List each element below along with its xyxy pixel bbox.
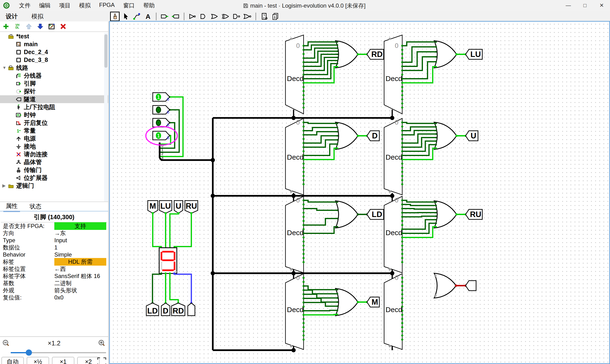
gate-input-pin[interactable] (435, 144, 437, 145)
disconnected-pin[interactable] (389, 268, 391, 271)
decoder-output-pin[interactable] (401, 249, 403, 251)
or-gate[interactable] (434, 201, 456, 228)
view-tab-设计[interactable]: 设计 (2, 13, 21, 20)
tool-xor-gate-icon[interactable] (221, 12, 230, 21)
minterm-wire[interactable] (304, 290, 337, 294)
tunnel-blank[interactable] (466, 281, 476, 291)
gate-input-pin[interactable] (337, 47, 338, 49)
tree-item-探针[interactable]: 探针 (0, 87, 108, 95)
gate-input-pin[interactable] (435, 123, 437, 124)
decoder-output-pin[interactable] (303, 98, 305, 100)
tool-subcircuit-icon[interactable] (271, 12, 280, 21)
gate-input-pin[interactable] (337, 209, 338, 211)
decoder-output-pin[interactable] (401, 106, 403, 109)
decoder-output-pin[interactable] (303, 183, 305, 185)
zoom-button-自动[interactable]: 自动 (1, 357, 24, 364)
tree-item-电源[interactable]: 电源 (0, 135, 108, 143)
display-pin[interactable] (160, 273, 163, 275)
gate-output-pin[interactable] (357, 301, 359, 303)
decoder-output-pin[interactable] (401, 220, 403, 222)
property-row[interactable]: 标签字体SansSerif 粗体 16 (1, 273, 107, 280)
zoom-button-×½[interactable]: ×½ (27, 357, 49, 364)
decoder-output-pin[interactable] (303, 277, 305, 279)
explorer-vhdl-button[interactable]: VHDL (13, 22, 21, 30)
menu-文件[interactable]: 文件 (16, 1, 34, 10)
decoder-output-pin[interactable] (401, 224, 403, 226)
decoder-output-pin[interactable] (401, 98, 403, 100)
gate-input-pin[interactable] (337, 314, 338, 315)
gate-input-pin[interactable] (337, 57, 338, 58)
tree-item-位扩展器[interactable]: 位扩展器 (0, 174, 108, 182)
minterm-wire[interactable] (402, 223, 436, 233)
minterm-wire[interactable] (304, 310, 337, 311)
tree-item-分线器[interactable]: 分线器 (0, 72, 108, 79)
property-row[interactable]: 标签HDL 所需 (1, 258, 107, 265)
maximize-button[interactable]: □ (577, 0, 593, 11)
minterm-wire[interactable] (402, 204, 436, 206)
gate-output-pin[interactable] (455, 213, 458, 216)
tree-scrollbar-thumb[interactable] (104, 34, 107, 68)
gate-output-pin[interactable] (357, 135, 359, 137)
zoom-slider[interactable] (11, 350, 106, 355)
gate-input-pin[interactable] (435, 219, 437, 221)
or-gate[interactable] (434, 122, 456, 149)
decoder-output-pin[interactable] (401, 167, 403, 169)
segment-e[interactable] (161, 261, 162, 270)
minterm-wire[interactable] (402, 42, 436, 46)
tree-item-上/下拉电阻[interactable]: 上/下拉电阻 (0, 103, 108, 111)
gate-input-pin[interactable] (337, 123, 338, 124)
circuit-drawing[interactable]: 0DecdRD0DecdLU0DecdD0DecdU0DecdLD0DecdRU… (110, 22, 609, 363)
segment-g[interactable] (162, 260, 174, 261)
gate-input-pin[interactable] (435, 226, 437, 228)
decoder-output-pin[interactable] (303, 257, 305, 259)
minterm-wire[interactable] (304, 148, 337, 160)
property-row[interactable]: 外观箭头形状 (1, 287, 107, 294)
or-gate[interactable] (336, 41, 358, 68)
tool-select-icon[interactable] (121, 12, 130, 21)
gate-input-pin[interactable] (435, 147, 437, 149)
tree-item-Dec_2_4[interactable]: Dec_2_4 (0, 48, 108, 56)
gate-input-pin[interactable] (337, 51, 338, 52)
decoder-output-pin[interactable] (401, 183, 403, 185)
gate-input-pin[interactable] (435, 41, 437, 43)
decoder-output-pin[interactable] (303, 138, 305, 140)
decoder-output-pin[interactable] (401, 171, 403, 173)
wire-junction[interactable] (211, 194, 215, 198)
decoder-output-pin[interactable] (401, 175, 403, 177)
segment-wire[interactable] (174, 273, 191, 303)
tunnel-bottom-blank[interactable] (188, 303, 195, 316)
property-row[interactable]: BehaviorSimple (1, 251, 107, 258)
tool-not-gate-icon[interactable] (188, 12, 197, 21)
minterm-wire[interactable] (304, 219, 337, 225)
or-gate[interactable] (336, 122, 358, 149)
disconnected-pin[interactable] (434, 294, 437, 297)
tree-item-逻辑门[interactable]: ▶逻辑门 (0, 182, 108, 190)
decoder-output-pin[interactable] (401, 289, 403, 291)
minterm-wire[interactable] (304, 132, 337, 135)
gate-output-pin[interactable] (357, 53, 359, 55)
decoder-output-pin[interactable] (303, 90, 305, 92)
disconnected-pin[interactable] (290, 38, 292, 40)
decoder-output-pin[interactable] (303, 150, 305, 153)
tool-pin-output-icon[interactable] (171, 12, 180, 21)
segment-wire[interactable] (174, 213, 191, 248)
tree-caret-icon[interactable]: ▶ (2, 183, 7, 188)
gate-input-pin[interactable] (435, 212, 437, 213)
decoder-output-pin[interactable] (401, 285, 403, 287)
segment-b[interactable] (174, 252, 175, 260)
minterm-wire[interactable] (304, 299, 337, 302)
gate-output-pin[interactable] (455, 285, 457, 287)
gate-input-pin[interactable] (435, 133, 437, 135)
decoder-output-pin[interactable] (401, 86, 403, 88)
gate-input-pin[interactable] (435, 46, 437, 48)
close-button[interactable]: ✕ (593, 0, 610, 11)
minterm-wire[interactable] (304, 144, 337, 156)
tool-counter-icon[interactable] (260, 12, 269, 21)
decoder-output-pin[interactable] (401, 338, 403, 341)
minterm-wire[interactable] (304, 294, 337, 298)
tunnel-pin[interactable] (152, 212, 154, 214)
tunnel-pin[interactable] (178, 212, 180, 214)
gate-input-pin[interactable] (435, 56, 437, 58)
decoder-output-pin[interactable] (401, 253, 403, 255)
decoder-output-pin[interactable] (303, 253, 305, 255)
